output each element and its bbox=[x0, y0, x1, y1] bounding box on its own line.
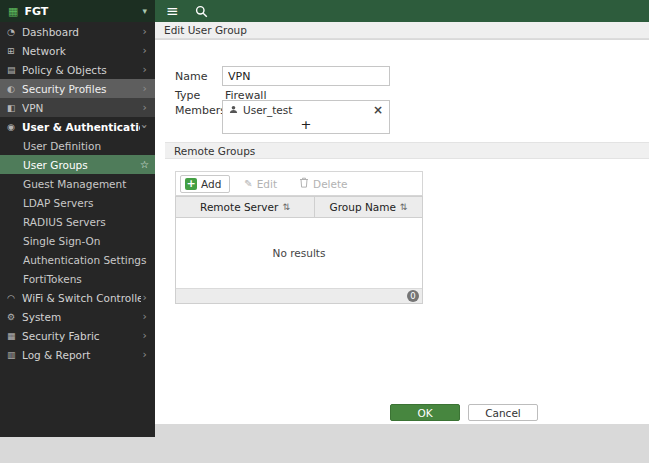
name-label: Name bbox=[175, 70, 207, 83]
chevron-right-icon: › bbox=[141, 311, 149, 322]
sidebar-item-label: System bbox=[22, 311, 141, 323]
sidebar-item-vpn[interactable]: ◧ VPN › bbox=[0, 98, 155, 117]
remote-groups-section-header: Remote Groups bbox=[165, 142, 649, 159]
sidebar-subitem-label: User Definition bbox=[23, 140, 101, 152]
sidebar-item-single-sign-on[interactable]: Single Sign-On bbox=[0, 231, 155, 250]
sidebar-item-guest-management[interactable]: Guest Management bbox=[0, 174, 155, 193]
add-button[interactable]: + Add bbox=[180, 175, 230, 193]
row-count-badge: 0 bbox=[407, 290, 419, 302]
edit-button-label: Edit bbox=[257, 178, 277, 190]
hamburger-menu-icon[interactable]: ≡ bbox=[166, 4, 179, 19]
chevron-right-icon: › bbox=[141, 349, 149, 360]
network-icon: ⊞ bbox=[7, 46, 22, 56]
chevron-right-icon: › bbox=[141, 292, 149, 303]
member-name: User_test bbox=[243, 104, 292, 116]
sidebar-item-network[interactable]: ⊞ Network › bbox=[0, 41, 155, 60]
sidebar-subitem-label: FortiTokens bbox=[23, 273, 82, 285]
vpn-icon: ◧ bbox=[7, 103, 22, 113]
sidebar-item-user-authentication[interactable]: ◉ User & Authentication › bbox=[0, 117, 155, 136]
table-header-row: Remote Server ⇅ Group Name ⇅ bbox=[176, 197, 422, 218]
sidebar-nav: ◔ Dashboard › ⊞ Network › ▤ Policy & Obj… bbox=[0, 22, 155, 364]
policy-icon: ▤ bbox=[7, 65, 22, 75]
chevron-right-icon: › bbox=[141, 64, 149, 75]
sidebar-item-user-groups[interactable]: User Groups ☆ bbox=[0, 155, 155, 174]
sidebar-item-policy-objects[interactable]: ▤ Policy & Objects › bbox=[0, 60, 155, 79]
remote-groups-table: Remote Server ⇅ Group Name ⇅ No results … bbox=[175, 196, 423, 304]
sidebar-item-system[interactable]: ⚙ System › bbox=[0, 307, 155, 326]
delete-button-label: Delete bbox=[313, 178, 348, 190]
favorite-star-icon[interactable]: ☆ bbox=[140, 159, 149, 170]
delete-button[interactable]: Delete bbox=[291, 175, 356, 192]
sidebar-subitem-label: RADIUS Servers bbox=[23, 216, 106, 228]
chevron-right-icon: › bbox=[141, 45, 149, 56]
ok-button[interactable]: OK bbox=[390, 404, 460, 421]
sidebar-item-label: Log & Report bbox=[22, 349, 141, 361]
sidebar-item-label: Security Profiles bbox=[22, 83, 141, 95]
gear-icon: ⚙ bbox=[7, 312, 22, 322]
caret-down-icon: ▾ bbox=[142, 6, 147, 16]
chevron-down-icon: › bbox=[139, 122, 150, 131]
page-title: Edit User Group bbox=[164, 24, 247, 36]
chevron-right-icon: › bbox=[141, 26, 149, 37]
sidebar-item-label: Security Fabric bbox=[22, 330, 141, 342]
sidebar-item-user-definition[interactable]: User Definition bbox=[0, 136, 155, 155]
fortigate-grid-icon: ▦ bbox=[8, 6, 18, 17]
sidebar-item-security-fabric[interactable]: ▦ Security Fabric › bbox=[0, 326, 155, 345]
plus-icon: + bbox=[185, 178, 197, 190]
brand-name: FGT bbox=[24, 5, 136, 18]
sidebar-item-label: WiFi & Switch Controller bbox=[22, 292, 141, 304]
members-label: Members bbox=[175, 104, 226, 117]
type-label: Type bbox=[175, 89, 200, 102]
sidebar-item-fortitokens[interactable]: FortiTokens bbox=[0, 269, 155, 288]
topbar: ≡ bbox=[155, 0, 649, 22]
sidebar: ▦ FGT ▾ ◔ Dashboard › ⊞ Network › ▤ Poli… bbox=[0, 0, 155, 437]
sidebar-item-label: Network bbox=[22, 45, 141, 57]
sidebar-item-radius-servers[interactable]: RADIUS Servers bbox=[0, 212, 155, 231]
sidebar-item-authentication-settings[interactable]: Authentication Settings bbox=[0, 250, 155, 269]
log-report-icon: ▥ bbox=[7, 350, 22, 360]
remote-groups-toolbar: + Add ✎ Edit Delete bbox=[175, 171, 423, 196]
column-header-group-name[interactable]: Group Name ⇅ bbox=[315, 197, 422, 217]
name-input[interactable] bbox=[222, 66, 390, 86]
sidebar-subitem-label: User Groups bbox=[23, 159, 88, 171]
sort-icon: ⇅ bbox=[282, 202, 290, 212]
sidebar-subitem-label: Authentication Settings bbox=[23, 254, 146, 266]
remove-member-icon[interactable]: × bbox=[373, 104, 383, 116]
sidebar-subitem-label: LDAP Servers bbox=[23, 197, 94, 209]
trash-icon bbox=[299, 177, 309, 190]
chevron-right-icon: › bbox=[141, 102, 149, 113]
sidebar-item-dashboard[interactable]: ◔ Dashboard › bbox=[0, 22, 155, 41]
column-label: Group Name bbox=[330, 201, 396, 213]
add-member-button[interactable]: + bbox=[223, 118, 389, 133]
column-label: Remote Server bbox=[200, 201, 278, 213]
sidebar-item-label: Policy & Objects bbox=[22, 64, 141, 76]
remote-groups-title: Remote Groups bbox=[174, 145, 255, 157]
sidebar-item-ldap-servers[interactable]: LDAP Servers bbox=[0, 193, 155, 212]
app-window: ▦ FGT ▾ ◔ Dashboard › ⊞ Network › ▤ Poli… bbox=[0, 0, 649, 463]
cancel-button[interactable]: Cancel bbox=[468, 404, 538, 421]
search-icon[interactable] bbox=[195, 5, 208, 18]
column-header-remote-server[interactable]: Remote Server ⇅ bbox=[176, 197, 315, 217]
sidebar-item-log-report[interactable]: ▥ Log & Report › bbox=[0, 345, 155, 364]
no-results-text: No results bbox=[273, 247, 326, 259]
sidebar-item-label: User & Authentication bbox=[22, 121, 140, 133]
sidebar-item-wifi-switch-controller[interactable]: ◠ WiFi & Switch Controller › bbox=[0, 288, 155, 307]
user-silhouette-icon bbox=[229, 104, 238, 116]
sidebar-item-label: VPN bbox=[22, 102, 141, 114]
sidebar-item-security-profiles[interactable]: ◐ Security Profiles › bbox=[0, 79, 155, 98]
chevron-right-icon: › bbox=[141, 330, 149, 341]
table-empty-state: No results bbox=[176, 218, 422, 288]
edit-user-group-form: Name Type Firewall Members User_test × +… bbox=[155, 40, 649, 424]
sidebar-subitem-label: Guest Management bbox=[23, 178, 126, 190]
brand-selector[interactable]: ▦ FGT ▾ bbox=[0, 0, 155, 22]
pencil-icon: ✎ bbox=[244, 178, 252, 189]
add-button-label: Add bbox=[201, 178, 221, 190]
member-entry[interactable]: User_test × bbox=[223, 101, 389, 118]
user-icon: ◉ bbox=[7, 122, 22, 132]
edit-button[interactable]: ✎ Edit bbox=[236, 176, 285, 192]
security-profiles-icon: ◐ bbox=[7, 84, 22, 94]
dashboard-icon: ◔ bbox=[7, 27, 22, 37]
chevron-right-icon: › bbox=[141, 83, 149, 94]
fabric-icon: ▦ bbox=[7, 331, 22, 341]
sidebar-item-label: Dashboard bbox=[22, 26, 141, 38]
